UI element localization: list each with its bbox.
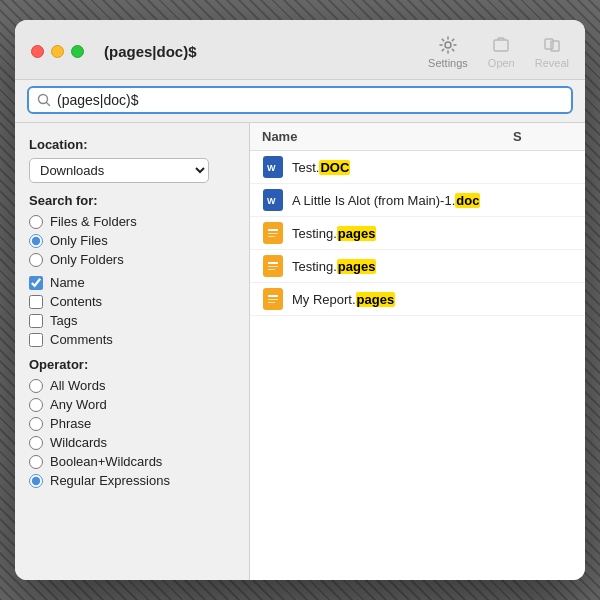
phrase-label: Phrase (50, 416, 91, 431)
svg-rect-12 (268, 236, 275, 237)
only-folders-radio[interactable] (29, 253, 43, 267)
settings-icon (438, 35, 458, 55)
col-name-header: Name (262, 129, 513, 144)
contents-label: Contents (50, 294, 102, 309)
search-input-wrapper (27, 86, 573, 114)
search-input[interactable] (57, 92, 563, 108)
files-and-folders-radio[interactable] (29, 215, 43, 229)
table-row[interactable]: W A Little Is Alot (from Main)-1.doc (250, 184, 585, 217)
only-files-label: Only Files (50, 233, 108, 248)
tags-checkbox-item[interactable]: Tags (29, 313, 235, 328)
svg-rect-15 (268, 266, 278, 267)
svg-rect-20 (268, 302, 275, 303)
svg-point-0 (445, 42, 451, 48)
search-for-label: Search for: (29, 193, 235, 208)
files-and-folders-option[interactable]: Files & Folders (29, 214, 235, 229)
file-icon-word: W (262, 189, 284, 211)
results-panel: Name S W Test.DOC (250, 123, 585, 580)
results-header: Name S (250, 123, 585, 151)
svg-rect-11 (268, 233, 278, 234)
svg-rect-19 (268, 299, 278, 300)
all-words-option[interactable]: All Words (29, 378, 235, 393)
svg-rect-1 (494, 40, 508, 51)
regular-expressions-option[interactable]: Regular Expressions (29, 473, 235, 488)
toolbar-buttons: Settings Open Reveal (428, 35, 569, 69)
settings-button[interactable]: Settings (428, 35, 468, 69)
name-checkbox[interactable] (29, 276, 43, 290)
wildcards-radio[interactable] (29, 436, 43, 450)
file-icon-word: W (262, 156, 284, 178)
svg-rect-14 (268, 262, 278, 264)
boolean-wildcards-radio[interactable] (29, 455, 43, 469)
highlight: pages (356, 292, 396, 307)
any-word-option[interactable]: Any Word (29, 397, 235, 412)
location-label: Location: (29, 137, 235, 152)
only-files-option[interactable]: Only Files (29, 233, 235, 248)
open-button[interactable]: Open (488, 35, 515, 69)
window-title: (pages|doc)$ (96, 43, 416, 60)
all-words-label: All Words (50, 378, 105, 393)
highlight: DOC (319, 160, 350, 175)
file-name: Testing.pages (292, 259, 573, 274)
files-and-folders-label: Files & Folders (50, 214, 137, 229)
boolean-wildcards-option[interactable]: Boolean+Wildcards (29, 454, 235, 469)
main-content: Location: Downloads Home Documents Deskt… (15, 123, 585, 580)
regular-expressions-label: Regular Expressions (50, 473, 170, 488)
only-files-radio[interactable] (29, 234, 43, 248)
svg-rect-16 (268, 269, 275, 270)
operator-label: Operator: (29, 357, 235, 372)
only-folders-label: Only Folders (50, 252, 124, 267)
col-size-header: S (513, 129, 573, 144)
reveal-button[interactable]: Reveal (535, 35, 569, 69)
contents-checkbox[interactable] (29, 295, 43, 309)
svg-text:W: W (267, 196, 276, 206)
minimize-button[interactable] (51, 45, 64, 58)
titlebar: (pages|doc)$ Settings Open (15, 20, 585, 80)
wildcards-option[interactable]: Wildcards (29, 435, 235, 450)
location-select[interactable]: Downloads Home Documents Desktop (29, 158, 209, 183)
sidebar: Location: Downloads Home Documents Deskt… (15, 123, 250, 580)
name-checkbox-item[interactable]: Name (29, 275, 235, 290)
file-icon-pages (262, 288, 284, 310)
any-word-label: Any Word (50, 397, 107, 412)
search-icon (37, 93, 51, 107)
table-row[interactable]: Testing.pages (250, 250, 585, 283)
file-icon-pages (262, 255, 284, 277)
settings-label: Settings (428, 57, 468, 69)
comments-checkbox-item[interactable]: Comments (29, 332, 235, 347)
table-row[interactable]: W Test.DOC (250, 151, 585, 184)
close-button[interactable] (31, 45, 44, 58)
name-label: Name (50, 275, 85, 290)
all-words-radio[interactable] (29, 379, 43, 393)
any-word-radio[interactable] (29, 398, 43, 412)
phrase-option[interactable]: Phrase (29, 416, 235, 431)
operator-options: All Words Any Word Phrase Wildcards Bool… (29, 378, 235, 488)
comments-checkbox[interactable] (29, 333, 43, 347)
open-icon (491, 35, 511, 55)
file-name: Testing.pages (292, 226, 573, 241)
highlight: pages (337, 226, 377, 241)
fullscreen-button[interactable] (71, 45, 84, 58)
wildcards-label: Wildcards (50, 435, 107, 450)
contents-checkbox-item[interactable]: Contents (29, 294, 235, 309)
highlight: pages (337, 259, 377, 274)
table-row[interactable]: Testing.pages (250, 217, 585, 250)
tags-label: Tags (50, 313, 77, 328)
traffic-lights (31, 45, 84, 58)
file-icon-pages (262, 222, 284, 244)
only-folders-option[interactable]: Only Folders (29, 252, 235, 267)
regular-expressions-radio[interactable] (29, 474, 43, 488)
boolean-wildcards-label: Boolean+Wildcards (50, 454, 162, 469)
table-row[interactable]: My Report.pages (250, 283, 585, 316)
open-label: Open (488, 57, 515, 69)
search-for-options: Files & Folders Only Files Only Folders (29, 214, 235, 267)
svg-rect-10 (268, 229, 278, 231)
reveal-icon (542, 35, 562, 55)
comments-label: Comments (50, 332, 113, 347)
svg-text:W: W (267, 163, 276, 173)
file-name: Test.DOC (292, 160, 573, 175)
phrase-radio[interactable] (29, 417, 43, 431)
file-name: My Report.pages (292, 292, 573, 307)
location-dropdown-wrapper: Downloads Home Documents Desktop (29, 158, 235, 183)
tags-checkbox[interactable] (29, 314, 43, 328)
